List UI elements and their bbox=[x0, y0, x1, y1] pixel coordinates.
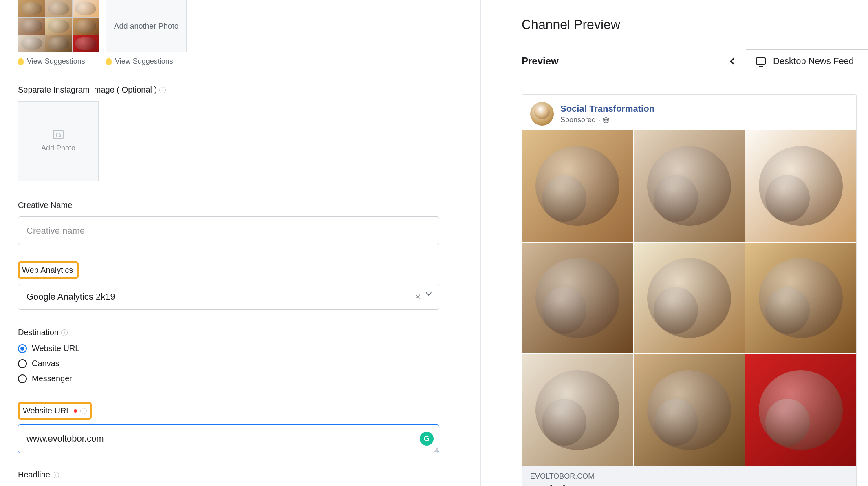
destination-label: Destination i bbox=[18, 328, 463, 337]
destination-option-label: Messenger bbox=[32, 374, 72, 383]
ad-header: Social Transformation Sponsored · bbox=[522, 95, 856, 130]
ad-domain: EVOLTOBOR.COM bbox=[530, 472, 848, 481]
ad-image-grid[interactable] bbox=[522, 130, 856, 466]
info-icon[interactable]: i bbox=[80, 408, 87, 414]
headline-section: Headline i Add another Headline bbox=[18, 470, 463, 486]
destination-option-messenger[interactable]: Messenger bbox=[18, 374, 463, 383]
view-suggestions-link-2[interactable]: View Suggestions bbox=[106, 57, 187, 66]
chevron-down-icon[interactable] bbox=[426, 290, 432, 296]
page-avatar[interactable] bbox=[530, 102, 554, 126]
web-analytics-section: Web Analytics Google Analytics 2k19 ✕ bbox=[18, 261, 463, 310]
globe-icon bbox=[603, 117, 609, 123]
channel-preview-title: Channel Preview bbox=[522, 17, 868, 32]
device-select-label: Desktop News Feed bbox=[773, 56, 854, 66]
add-another-photo-button[interactable]: Add another Photo bbox=[106, 0, 187, 52]
add-instagram-photo-button[interactable]: Add Photo bbox=[18, 101, 99, 181]
instagram-image-section: Separate Instagram Image ( Optional ) i … bbox=[18, 85, 463, 181]
sponsored-label: Sponsored bbox=[560, 116, 596, 124]
info-icon[interactable]: i bbox=[61, 329, 68, 336]
suggestions-row: View Suggestions View Suggestions bbox=[18, 57, 463, 66]
creative-form-panel: Add another Photo View Suggestions View … bbox=[0, 0, 481, 486]
destination-option-label: Canvas bbox=[32, 359, 59, 368]
radio-icon bbox=[18, 359, 27, 368]
suggestion-label: View Suggestions bbox=[115, 57, 173, 66]
web-analytics-select[interactable]: Google Analytics 2k19 ✕ bbox=[18, 284, 439, 310]
image-icon bbox=[53, 130, 64, 139]
view-suggestions-link-1[interactable]: View Suggestions bbox=[18, 57, 99, 66]
suggestion-label: View Suggestions bbox=[27, 57, 85, 66]
resize-handle-icon[interactable] bbox=[433, 447, 438, 452]
info-icon[interactable]: i bbox=[53, 472, 59, 478]
preview-device-select[interactable]: Desktop News Feed bbox=[746, 49, 868, 73]
radio-icon bbox=[18, 344, 27, 353]
website-url-section: Website URL i G bbox=[18, 402, 463, 453]
preview-toolbar: Preview Desktop News Feed bbox=[522, 49, 868, 73]
instagram-image-label: Separate Instagram Image ( Optional ) i bbox=[18, 85, 463, 95]
photo-thumbnail-row: Add another Photo bbox=[18, 0, 463, 52]
web-analytics-highlight: Web Analytics bbox=[18, 261, 79, 279]
destination-radio-group: Website URL Canvas Messenger bbox=[18, 344, 463, 383]
destination-option-website-url[interactable]: Website URL bbox=[18, 344, 463, 353]
info-icon[interactable]: i bbox=[159, 87, 166, 93]
grammarly-icon[interactable]: G bbox=[420, 432, 434, 446]
ad-footer: EVOLTOBOR.COM Evoltobor bbox=[522, 466, 856, 486]
ad-page-name[interactable]: Social Transformation bbox=[560, 104, 654, 114]
ad-preview-card: Social Transformation Sponsored · EVOLTO… bbox=[522, 94, 857, 486]
creative-name-input[interactable] bbox=[18, 216, 439, 245]
chevron-left-icon[interactable] bbox=[730, 58, 737, 65]
web-analytics-label: Web Analytics bbox=[22, 265, 73, 274]
web-analytics-value: Google Analytics 2k19 bbox=[26, 292, 115, 302]
add-photo-label: Add Photo bbox=[41, 144, 75, 152]
creative-name-label: Creative Name bbox=[18, 201, 463, 210]
selected-photo-thumbnail[interactable] bbox=[18, 0, 99, 52]
radio-icon bbox=[18, 374, 27, 383]
website-url-label: Website URL bbox=[23, 406, 70, 415]
lightbulb-icon bbox=[106, 58, 112, 65]
preview-heading: Preview bbox=[522, 55, 559, 67]
add-another-photo-label: Add another Photo bbox=[114, 22, 178, 31]
destination-option-canvas[interactable]: Canvas bbox=[18, 359, 463, 368]
lightbulb-icon bbox=[18, 58, 24, 65]
preview-panel: Channel Preview Preview Desktop News Fee… bbox=[481, 0, 868, 486]
destination-option-label: Website URL bbox=[32, 344, 79, 353]
required-dot-icon bbox=[74, 409, 77, 413]
website-url-highlight: Website URL i bbox=[18, 402, 92, 420]
destination-section: Destination i Website URL Canvas Messeng… bbox=[18, 328, 463, 383]
headline-label: Headline i bbox=[18, 470, 463, 479]
website-url-input[interactable] bbox=[18, 424, 439, 453]
monitor-icon bbox=[756, 57, 766, 65]
website-url-input-wrapper: G bbox=[18, 424, 439, 453]
clear-icon[interactable]: ✕ bbox=[415, 292, 421, 301]
creative-name-section: Creative Name bbox=[18, 201, 463, 245]
ad-title: Evoltobor bbox=[530, 483, 848, 486]
